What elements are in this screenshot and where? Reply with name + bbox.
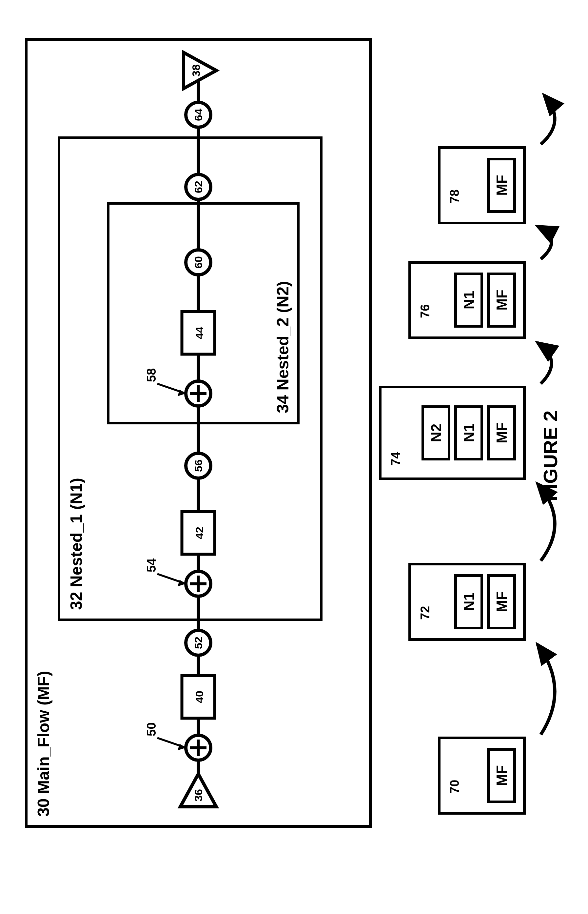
figure-label-group: FIGURE 2 [540, 411, 561, 501]
svg-text:74: 74 [389, 452, 402, 466]
plus-node-54 [186, 571, 211, 596]
end-triangle-num: 38 [190, 64, 202, 77]
arrow-70-72 [538, 644, 555, 734]
circle-60-num: 60 [192, 256, 205, 269]
circle-52-num: 52 [192, 637, 205, 649]
plus-node-50 [186, 735, 211, 760]
figure-page: 30 Main_Flow (MF) 32 Nested_1 (N1) 34 Ne… [6, 6, 582, 908]
svg-text:N1: N1 [461, 593, 477, 611]
box-40-num: 40 [193, 691, 205, 703]
stack-diagram: 70 MF 72 N1 MF 74 N2 N1 MF 76 [380, 95, 555, 813]
nested1-label: 32 Nested_1 (N1) [67, 478, 86, 610]
stack-76: 76 N1 MF [410, 262, 524, 338]
stack-72: 72 N1 MF [410, 564, 524, 639]
arrow-78-out [541, 95, 555, 144]
stack-78: 78 MF [439, 147, 524, 223]
svg-text:N1: N1 [461, 291, 477, 309]
plus-node-58 [186, 381, 211, 406]
svg-text:MF: MF [494, 290, 510, 311]
svg-text:N1: N1 [461, 424, 477, 442]
nested2-label: 34 Nested_2 (N2) [274, 281, 292, 413]
flow-diagram: 30 Main_Flow (MF) 32 Nested_1 (N1) 34 Ne… [26, 39, 370, 827]
svg-text:70: 70 [448, 780, 462, 794]
svg-text:76: 76 [418, 304, 432, 318]
box-44-num: 44 [193, 327, 205, 339]
svg-text:72: 72 [418, 606, 432, 620]
circle-62-num: 62 [192, 181, 205, 193]
ref-54: 54 [145, 558, 158, 572]
box-42-num: 42 [193, 527, 205, 539]
svg-text:N2: N2 [428, 424, 444, 442]
main-flow-label: 30 Main_Flow (MF) [34, 671, 53, 817]
svg-text:MF: MF [494, 175, 510, 196]
svg-text:MF: MF [494, 765, 510, 786]
start-triangle-num: 36 [192, 789, 205, 801]
figure-label: FIGURE 2 [540, 411, 561, 501]
svg-text:78: 78 [448, 189, 462, 203]
stack-74: 74 N2 N1 MF [380, 387, 524, 479]
arrow-76-78 [538, 226, 552, 259]
svg-text:MF: MF [494, 591, 510, 612]
arrow-74-76 [538, 343, 552, 384]
stack-70: 70 MF [439, 738, 524, 813]
ref-58: 58 [145, 368, 158, 382]
diagram-svg: 30 Main_Flow (MF) 32 Nested_1 (N1) 34 Ne… [6, 6, 582, 908]
ref-50: 50 [145, 723, 158, 736]
circle-56-num: 56 [192, 459, 205, 472]
svg-text:MF: MF [494, 422, 510, 443]
circle-64-num: 64 [192, 108, 205, 121]
